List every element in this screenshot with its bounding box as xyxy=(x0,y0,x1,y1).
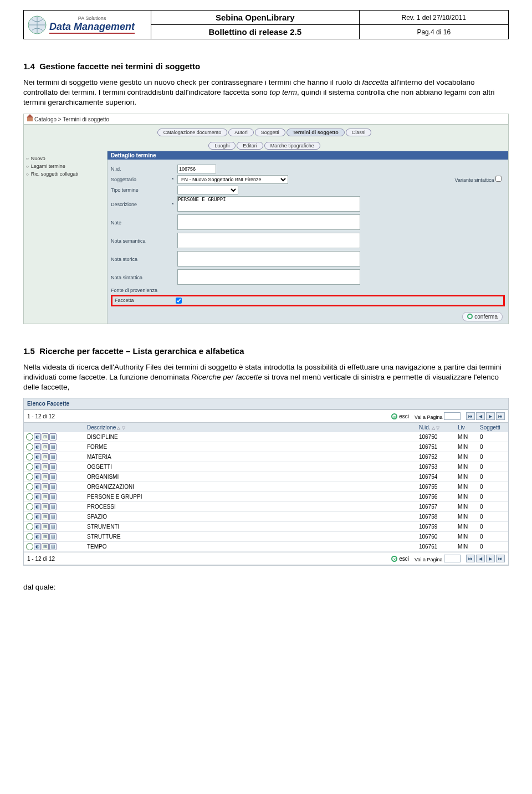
tab-marche-tipografiche[interactable]: Marche tipografiche xyxy=(264,142,320,150)
esci-button-top[interactable]: ✕esci xyxy=(391,413,409,419)
select-icon[interactable] xyxy=(26,453,33,460)
tab-soggetti[interactable]: Soggetti xyxy=(255,129,285,136)
col-nid[interactable]: N.id. xyxy=(417,423,456,432)
doc-header: PA Solutions Data Management Sebina Open… xyxy=(23,10,509,39)
page-prev[interactable]: ◀ xyxy=(476,412,485,420)
section-1-4-title: 1.4 Gestione faccette nei termini di sog… xyxy=(23,62,509,71)
vai-input-bottom[interactable] xyxy=(444,555,461,562)
select-icon[interactable] xyxy=(26,463,33,470)
select-icon[interactable] xyxy=(26,443,33,450)
card-icon[interactable]: ▤ xyxy=(49,523,57,530)
brand-title: Data Management xyxy=(49,21,135,32)
label-stor: Nota storica xyxy=(111,257,172,262)
globe-icon[interactable]: ◐ xyxy=(34,533,41,540)
page-last[interactable]: ⏭ xyxy=(496,555,505,562)
select-tipo[interactable] xyxy=(177,186,238,194)
globe-icon[interactable]: ◐ xyxy=(34,483,41,490)
card-icon[interactable]: ▤ xyxy=(49,433,57,440)
select-icon[interactable] xyxy=(26,483,33,490)
tree-icon[interactable]: ⊞ xyxy=(42,463,49,470)
col-descrizione[interactable]: Descrizione xyxy=(85,423,417,432)
page-first[interactable]: ⏮ xyxy=(466,555,475,562)
doc-title-2: Bollettino di release 2.5 xyxy=(151,25,360,39)
globe-icon[interactable]: ◐ xyxy=(34,443,41,450)
select-icon[interactable] xyxy=(26,493,33,500)
page-first[interactable]: ⏮ xyxy=(466,412,475,420)
select-icon[interactable] xyxy=(26,533,33,540)
textarea-sintattica[interactable] xyxy=(177,269,360,285)
tree-icon[interactable]: ⊞ xyxy=(42,483,49,490)
home-icon xyxy=(27,116,33,121)
globe-icon[interactable]: ◐ xyxy=(34,453,41,460)
select-icon[interactable] xyxy=(26,543,33,550)
card-icon[interactable]: ▤ xyxy=(49,473,57,480)
globe-icon[interactable]: ◐ xyxy=(34,523,41,530)
pager-count-top: 1 - 12 di 12 xyxy=(27,413,55,419)
esci-button-bottom[interactable]: ✕esci xyxy=(391,556,409,562)
globe-icon[interactable]: ◐ xyxy=(34,513,41,520)
tab-catalogazione-documento[interactable]: Catalogazione documento xyxy=(157,129,228,136)
tree-icon[interactable]: ⊞ xyxy=(42,523,49,530)
vai-input-top[interactable] xyxy=(444,412,461,420)
tab-classi[interactable]: Classi xyxy=(346,129,372,136)
tree-icon[interactable]: ⊞ xyxy=(42,433,49,440)
page-prev[interactable]: ◀ xyxy=(476,555,485,562)
tree-icon[interactable]: ⊞ xyxy=(42,493,49,500)
globe-icon[interactable]: ◐ xyxy=(34,473,41,480)
select-icon[interactable] xyxy=(26,523,33,530)
tree-icon[interactable]: ⊞ xyxy=(42,543,49,550)
conferma-button[interactable]: conferma xyxy=(462,312,503,321)
globe-icon[interactable]: ◐ xyxy=(34,503,41,510)
card-icon[interactable]: ▤ xyxy=(49,513,57,520)
table-row: ◐⊞▤OGGETTI106753MIN0 xyxy=(24,462,508,472)
textarea-note[interactable] xyxy=(177,214,360,230)
label-sem: Nota semantica xyxy=(111,238,172,244)
tree-icon[interactable]: ⊞ xyxy=(42,473,49,480)
select-icon[interactable] xyxy=(26,503,33,510)
page-last[interactable]: ⏭ xyxy=(496,412,505,420)
input-nid[interactable] xyxy=(177,165,216,173)
section-1-5-body: Nella videata di ricerca dell'Authority … xyxy=(23,362,509,393)
textarea-semantica[interactable] xyxy=(177,233,360,248)
nav-ric--soggetti-collegati[interactable]: Ric. soggetti collegati xyxy=(26,170,105,178)
tab-termini-di-soggetto[interactable]: Termini di soggetto xyxy=(287,129,345,136)
tab-autori[interactable]: Autori xyxy=(228,129,254,136)
card-icon[interactable]: ▤ xyxy=(49,543,57,550)
globe-icon[interactable]: ◐ xyxy=(34,543,41,550)
card-icon[interactable]: ▤ xyxy=(49,483,57,490)
card-icon[interactable]: ▤ xyxy=(49,533,57,540)
pager-buttons-bottom: ⏮ ◀ ▶ ⏭ xyxy=(466,555,505,562)
tab-editori[interactable]: Editori xyxy=(237,142,263,150)
globe-icon[interactable]: ◐ xyxy=(34,463,41,470)
select-icon[interactable] xyxy=(26,513,33,520)
globe-icon[interactable]: ◐ xyxy=(34,433,41,440)
tab-luoghi[interactable]: Luoghi xyxy=(208,142,236,150)
select-icon[interactable] xyxy=(26,473,33,480)
faccette-table: Descrizione N.id. Liv Soggetti ◐⊞▤DISCIP… xyxy=(24,423,508,552)
col-liv: Liv xyxy=(456,423,478,432)
card-icon[interactable]: ▤ xyxy=(49,463,57,470)
nav-legami-termine[interactable]: Legami termine xyxy=(26,162,105,170)
table-row: ◐⊞▤SPAZIO106758MIN0 xyxy=(24,512,508,522)
card-icon[interactable]: ▤ xyxy=(49,493,57,500)
globe-icon[interactable]: ◐ xyxy=(34,493,41,500)
textarea-storica[interactable] xyxy=(177,251,360,267)
tree-icon[interactable]: ⊞ xyxy=(42,503,49,510)
card-icon[interactable]: ▤ xyxy=(49,503,57,510)
textarea-descrizione[interactable] xyxy=(177,196,360,212)
pager-count-bottom: 1 - 12 di 12 xyxy=(27,556,55,562)
tree-icon[interactable]: ⊞ xyxy=(42,443,49,450)
page-number: Pag.4 di 16 xyxy=(359,25,508,39)
nav-nuovo[interactable]: Nuovo xyxy=(26,155,105,162)
tree-icon[interactable]: ⊞ xyxy=(42,453,49,460)
tree-icon[interactable]: ⊞ xyxy=(42,533,49,540)
checkbox-variante[interactable] xyxy=(495,176,502,182)
select-soggettario[interactable]: FN - Nuovo Soggettario BNI Firenze xyxy=(177,175,288,184)
card-icon[interactable]: ▤ xyxy=(49,453,57,460)
page-next[interactable]: ▶ xyxy=(486,555,495,562)
tree-icon[interactable]: ⊞ xyxy=(42,513,49,520)
card-icon[interactable]: ▤ xyxy=(49,443,57,450)
page-next[interactable]: ▶ xyxy=(486,412,495,420)
select-icon[interactable] xyxy=(26,433,33,440)
checkbox-faccetta[interactable] xyxy=(176,298,182,304)
